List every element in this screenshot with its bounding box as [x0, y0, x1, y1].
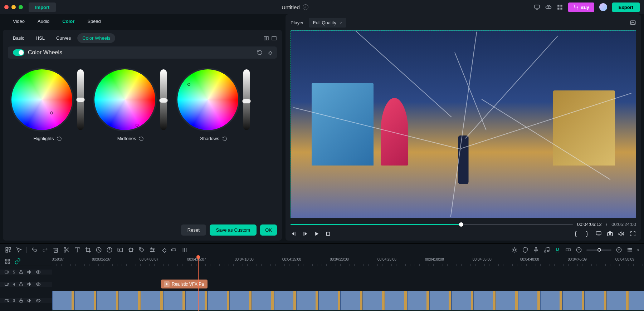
highlights-reset-icon[interactable] [57, 136, 62, 141]
link-icon[interactable] [14, 258, 21, 265]
lock-icon[interactable] [19, 298, 24, 303]
shadows-luma-slider[interactable] [243, 69, 250, 130]
highlights-wheel-dot[interactable] [50, 112, 53, 114]
eye-icon[interactable] [36, 270, 41, 275]
compare-full-icon[interactable] [271, 35, 277, 41]
track-options-chevron-icon[interactable]: ▾ [637, 248, 639, 252]
mute-icon[interactable] [27, 270, 32, 275]
subtab-curves[interactable]: Curves [51, 33, 76, 43]
window-maximize-button[interactable] [19, 5, 23, 9]
window-minimize-button[interactable] [11, 5, 16, 9]
player-progress[interactable] [291, 224, 573, 225]
subtab-hsl[interactable]: HSL [31, 33, 50, 43]
track-4-lane[interactable]: ✦ Realistic VFX Pa [52, 278, 644, 290]
mark-out-icon[interactable]: } [584, 231, 590, 237]
color-wheels-toggle[interactable] [13, 49, 24, 56]
music-icon[interactable] [543, 247, 550, 253]
render-icon[interactable] [511, 247, 518, 253]
mic-icon[interactable] [533, 247, 539, 253]
prev-frame-icon[interactable] [291, 231, 297, 237]
track-5-lane[interactable] [52, 266, 644, 278]
grid-icon[interactable] [557, 4, 563, 10]
green-screen-icon[interactable] [117, 247, 123, 253]
tab-audio[interactable]: Audio [31, 16, 56, 27]
keyframe-tool-icon[interactable] [160, 247, 166, 253]
text-tool-icon[interactable] [74, 247, 80, 253]
highlights-luma-slider[interactable] [77, 69, 84, 130]
display-icon[interactable] [534, 4, 540, 10]
export-button[interactable]: Export [612, 3, 640, 12]
redo-icon[interactable] [42, 247, 48, 253]
subtab-basic[interactable]: Basic [8, 33, 29, 43]
eye-icon[interactable] [36, 282, 41, 287]
shadows-wheel-dot[interactable] [187, 83, 190, 86]
fullscreen-icon[interactable] [630, 231, 636, 237]
zoom-out-icon[interactable] [576, 247, 582, 253]
motion-track-icon[interactable] [128, 247, 134, 253]
shadows-reset-icon[interactable] [222, 136, 227, 141]
subtab-color-wheels[interactable]: Color Wheels [77, 33, 115, 43]
zoom-in-icon[interactable] [616, 247, 622, 253]
tab-speed[interactable]: Speed [81, 16, 107, 27]
clip-vfx[interactable]: ✦ Realistic VFX Pa [161, 280, 208, 288]
color-wheels-reset-icon[interactable] [257, 50, 263, 55]
lock-icon[interactable] [19, 270, 24, 275]
midtones-reset-icon[interactable] [139, 136, 144, 141]
shadows-wheel[interactable] [177, 69, 238, 130]
snap-icon[interactable] [554, 247, 561, 253]
keyframe-icon[interactable] [266, 50, 272, 55]
crop-icon[interactable] [85, 247, 91, 253]
midtones-luma-thumb[interactable] [159, 98, 168, 103]
tab-color[interactable]: Color [56, 16, 81, 27]
adjust-icon[interactable] [149, 247, 156, 253]
mute-icon[interactable] [27, 298, 32, 303]
audio-mixer-icon[interactable] [181, 247, 188, 253]
highlights-luma-thumb[interactable] [76, 97, 85, 102]
reset-button[interactable]: Reset [181, 224, 206, 236]
buy-button[interactable]: Buy [568, 3, 594, 12]
display-settings-icon[interactable] [595, 231, 602, 237]
add-media-icon[interactable] [5, 247, 11, 253]
play-icon[interactable] [313, 231, 320, 237]
split-icon[interactable] [63, 247, 70, 253]
stop-icon[interactable] [325, 231, 331, 237]
auto-ripple-icon[interactable] [565, 247, 571, 253]
ok-button[interactable]: OK [260, 224, 277, 236]
timeline-layers-icon[interactable] [4, 258, 11, 265]
volume-icon[interactable] [618, 231, 625, 237]
cloud-upload-icon[interactable] [545, 4, 552, 10]
color-icon[interactable] [106, 247, 113, 253]
tag-icon[interactable] [138, 247, 145, 253]
tab-video[interactable]: Video [6, 16, 31, 27]
import-button[interactable]: Import [29, 3, 56, 12]
mark-in-icon[interactable]: { [572, 231, 579, 237]
select-tool-icon[interactable] [16, 247, 22, 253]
next-frame-icon[interactable] [302, 231, 308, 237]
scopes-icon[interactable] [630, 20, 636, 26]
zoom-thumb[interactable] [597, 248, 601, 252]
midtones-luma-slider[interactable] [160, 69, 167, 130]
eye-icon[interactable] [36, 298, 41, 303]
compare-split-icon[interactable] [263, 35, 269, 41]
speed-icon[interactable] [96, 247, 102, 253]
player-progress-thumb[interactable] [459, 222, 463, 227]
mute-icon[interactable] [27, 282, 32, 287]
delete-icon[interactable] [53, 247, 59, 253]
clip-main-video[interactable] [52, 291, 644, 310]
midtones-wheel-dot[interactable] [136, 124, 138, 127]
snapshot-icon[interactable] [607, 231, 613, 237]
user-avatar[interactable] [599, 3, 607, 11]
highlights-wheel[interactable] [11, 69, 72, 130]
quality-dropdown[interactable]: Full Quality [309, 18, 346, 28]
save-as-custom-button[interactable]: Save as Custom [210, 224, 257, 236]
marker-icon[interactable] [522, 247, 528, 253]
lock-icon[interactable] [19, 282, 24, 287]
track-options-icon[interactable] [626, 247, 633, 253]
playhead[interactable] [198, 256, 199, 311]
midtones-wheel[interactable] [94, 69, 155, 130]
shadows-luma-thumb[interactable] [242, 99, 251, 104]
undo-icon[interactable] [31, 247, 38, 253]
window-close-button[interactable] [4, 5, 9, 9]
zoom-slider[interactable] [586, 250, 611, 251]
preview-viewport[interactable] [291, 30, 636, 218]
